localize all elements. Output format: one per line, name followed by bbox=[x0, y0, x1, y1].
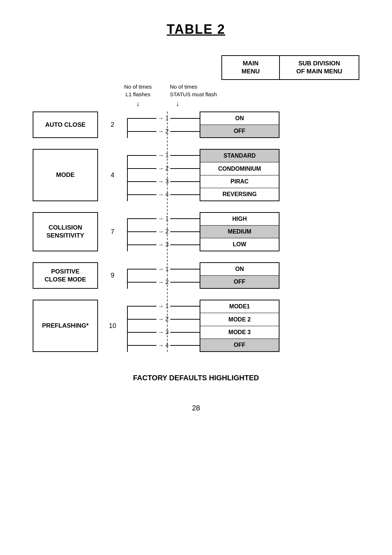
options-mode: STANDARD CONDOMINIUM PIRAC REVERSING bbox=[200, 149, 279, 201]
connector-line-4: → 4 bbox=[127, 188, 200, 201]
connector-auto-close: → 1 → 2 bbox=[127, 112, 200, 138]
number-preflashing: 10 bbox=[98, 300, 127, 352]
table-header: MAINMENU SUB DIVISIONOF MAIN MENU bbox=[109, 55, 359, 80]
connector-line-4: → 4 bbox=[127, 339, 200, 352]
option-condominium: CONDOMINIUM bbox=[200, 162, 279, 175]
connector-line-2: → 2 bbox=[127, 276, 200, 289]
option-on-positive: ON bbox=[200, 263, 279, 276]
connector-line-2: → 2 bbox=[127, 225, 200, 238]
left-label-collision-sensitivity: COLLISIONSENSITIVITY bbox=[33, 212, 98, 251]
number-positive: 9 bbox=[98, 262, 127, 289]
arrow-down-main bbox=[109, 100, 167, 108]
connector-preflashing: → 1 → 2 → 3 → 4 bbox=[127, 300, 200, 352]
down-arrow-icon-sub bbox=[176, 100, 179, 108]
table-container: MAINMENU SUB DIVISIONOF MAIN MENU No of … bbox=[33, 55, 359, 363]
row-mode: MODE 4 → 1 → 2 → 3 bbox=[33, 149, 359, 201]
options-auto-close: ON OFF bbox=[200, 112, 279, 138]
option-low: LOW bbox=[200, 238, 279, 251]
connector-line-2: → 2 bbox=[127, 313, 200, 326]
number-mode: 4 bbox=[98, 149, 127, 201]
header-main-menu: MAINMENU bbox=[221, 55, 279, 80]
row-positive-close-mode: POSITIVECLOSE MODE 9 → 1 → 2 ON OFF bbox=[33, 262, 359, 289]
page-number: 28 bbox=[192, 404, 200, 412]
connector-line-1: → 1 bbox=[127, 263, 200, 276]
arrow-row bbox=[109, 100, 359, 108]
sub-label-main: No of timesL1 flashes bbox=[109, 83, 167, 98]
arrow-down-sub bbox=[167, 100, 247, 108]
options-collision: HIGH MEDIUM LOW bbox=[200, 212, 279, 251]
down-arrow-icon bbox=[136, 100, 140, 108]
option-mode2: MODE 2 bbox=[200, 313, 279, 326]
number-auto-close: 2 bbox=[98, 112, 127, 138]
connector-line-2: → 2 bbox=[127, 162, 200, 175]
option-off-positive: OFF bbox=[200, 276, 279, 288]
footer-text: FACTORY DEFAULTS HIGHLIGHTED bbox=[133, 374, 259, 382]
options-preflashing: MODE1 MODE 2 MODE 3 OFF bbox=[200, 300, 279, 352]
connector-line-3: → 3 bbox=[127, 175, 200, 188]
page-title: TABLE 2 bbox=[167, 22, 225, 37]
option-on: ON bbox=[200, 112, 279, 125]
dashed-divider bbox=[167, 112, 168, 352]
option-off-preflash: OFF bbox=[200, 339, 279, 351]
connector-line-3: → 3 bbox=[127, 326, 200, 339]
option-high: HIGH bbox=[200, 213, 279, 226]
connector-positive: → 1 → 2 bbox=[127, 262, 200, 289]
option-off: OFF bbox=[200, 125, 279, 137]
option-reversing: REVERSING bbox=[200, 188, 279, 200]
left-label-mode: MODE bbox=[33, 149, 98, 201]
row-preflashing: PREFLASHING* 10 → 1 → 2 → 3 bbox=[33, 300, 359, 352]
options-positive: ON OFF bbox=[200, 262, 279, 289]
left-label-auto-close: AUTO CLOSE bbox=[33, 112, 98, 138]
sub-label-sub: No of timesSTATUS must flash bbox=[167, 83, 247, 98]
number-collision: 7 bbox=[98, 212, 127, 251]
option-medium: MEDIUM bbox=[200, 226, 279, 238]
row-auto-close: AUTO CLOSE 2 → 1 → 2 ON OFF bbox=[33, 112, 359, 138]
option-mode1: MODE1 bbox=[200, 300, 279, 313]
row-collision-sensitivity: COLLISIONSENSITIVITY 7 → 1 → 2 → 3 bbox=[33, 212, 359, 251]
connector-line-1: → 1 bbox=[127, 149, 200, 162]
option-standard: STANDARD bbox=[200, 150, 279, 162]
connector-line-1: → 1 bbox=[127, 212, 200, 225]
connector-line-1: → 1 bbox=[127, 300, 200, 313]
rows-wrapper: AUTO CLOSE 2 → 1 → 2 ON OFF bbox=[33, 112, 359, 352]
connector-line-3: → 3 bbox=[127, 238, 200, 251]
connector-mode: → 1 → 2 → 3 → 4 bbox=[127, 149, 200, 201]
header-sub-division: SUB DIVISIONOF MAIN MENU bbox=[279, 55, 359, 80]
connector-line-1: → 1 bbox=[127, 112, 200, 125]
left-label-preflashing: PREFLASHING* bbox=[33, 300, 98, 352]
option-mode3: MODE 3 bbox=[200, 326, 279, 339]
connector-collision: → 1 → 2 → 3 bbox=[127, 212, 200, 251]
connector-line-2: → 2 bbox=[127, 125, 200, 138]
sub-header-row: No of timesL1 flashes No of timesSTATUS … bbox=[109, 83, 359, 98]
left-label-positive-close: POSITIVECLOSE MODE bbox=[33, 262, 98, 289]
option-pirac: PIRAC bbox=[200, 175, 279, 188]
